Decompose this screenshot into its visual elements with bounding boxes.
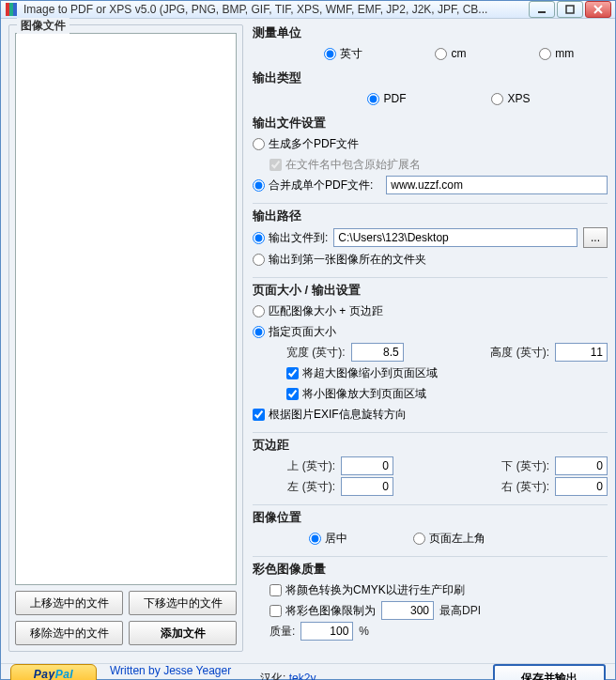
margin-bottom-label: 下 (英寸): [484,458,549,474]
maximize-button[interactable] [557,1,583,18]
output-to-folder-radio[interactable]: 输出文件到: [253,230,328,246]
window-title: Image to PDF or XPS v5.0 (JPG, PNG, BMP,… [23,3,529,16]
unit-mm-radio[interactable]: mm [539,47,574,60]
output-file-heading: 输出文件设置 [253,115,608,131]
right-column: 测量单位 英寸 cm mm 输出类型 PDF XPS 输出文件设置 生成多个PD… [253,24,608,657]
width-input[interactable] [351,343,404,362]
window-buttons [529,1,611,18]
single-pdf-radio[interactable]: 合并成单个PDF文件: [253,178,373,193]
file-list[interactable] [15,33,237,585]
output-path-heading: 输出路径 [253,208,608,224]
output-path-section: 输出路径 输出文件到: ... 输出到第一张图像所在的文件夹 [253,208,608,270]
app-icon [5,2,20,17]
margin-right-label: 右 (英寸): [484,479,549,495]
move-up-button[interactable]: 上移选中的文件 [15,591,123,615]
quality-label: 质量: [270,624,295,640]
paypal-donate-button[interactable]: PayPal Donate [10,664,97,680]
translator-link[interactable]: tek2y [289,672,316,681]
svg-rect-4 [566,6,574,13]
output-pdf-radio[interactable]: PDF [367,92,406,105]
output-type-section: 输出类型 PDF XPS [253,70,608,109]
output-folder-input[interactable] [333,228,578,247]
margin-left-input[interactable] [341,477,393,496]
margins-section: 页边距 上 (英寸): 下 (英寸): 左 (英寸): 右 (英寸): [253,437,608,497]
single-pdf-name-input[interactable] [386,176,608,194]
height-input[interactable] [555,343,608,362]
margins-heading: 页边距 [253,437,608,454]
position-topleft-radio[interactable]: 页面左上角 [413,531,485,547]
page-size-heading: 页面大小 / 输出设置 [253,282,608,299]
shrink-large-check[interactable]: 将超大图像缩小到页面区域 [286,365,438,381]
unit-heading: 测量单位 [253,24,608,41]
margin-bottom-input[interactable] [555,456,608,475]
margin-top-label: 上 (英寸): [270,458,335,474]
percent-label: % [359,625,369,638]
save-and-output-button[interactable]: 保存并输出 [493,664,606,680]
width-label: 宽度 (英寸): [286,345,346,361]
max-dpi-label: 最高DPI [439,603,481,619]
margin-right-input[interactable] [555,477,608,496]
minimize-button[interactable] [529,1,555,18]
svg-rect-1 [9,3,13,16]
enlarge-small-check[interactable]: 将小图像放大到页面区域 [286,386,426,402]
match-image-radio[interactable]: 匹配图像大小 + 页边距 [253,303,383,319]
browse-folder-button[interactable]: ... [583,227,608,248]
margin-top-input[interactable] [341,456,393,475]
move-down-button[interactable]: 下移选中的文件 [129,591,237,615]
app-window: Image to PDF or XPS v5.0 (JPG, PNG, BMP,… [0,0,616,680]
svg-rect-2 [13,3,17,16]
svg-rect-0 [6,3,9,16]
remove-button[interactable]: 移除选中的文件 [15,621,123,645]
cmyk-check[interactable]: 将颜色转换为CMYK以进行生产印刷 [270,582,465,598]
image-files-legend: 图像文件 [17,18,69,34]
output-type-heading: 输出类型 [253,70,608,86]
limit-dpi-check[interactable]: 将彩色图像限制为 [270,603,376,619]
left-column: 图像文件 上移选中的文件 下移选中的文件 移除选中的文件 添加文件 [8,24,243,657]
output-xps-radio[interactable]: XPS [491,92,530,105]
translator: 汉化: tek2y [260,671,316,681]
output-file-section: 输出文件设置 生成多个PDF文件 在文件名中包含原始扩展名 合并成单个PDF文件… [253,115,608,195]
quality-input[interactable] [300,622,353,641]
margin-left-label: 左 (英寸): [270,479,335,495]
multi-pdf-radio[interactable]: 生成多个PDF文件 [253,136,359,152]
quality-heading: 彩色图像质量 [253,561,608,578]
unit-section: 测量单位 英寸 cm mm [253,24,608,64]
include-orig-ext-check: 在文件名中包含原始扩展名 [270,157,421,173]
page-size-section: 页面大小 / 输出设置 匹配图像大小 + 页边距 指定页面大小 宽度 (英寸):… [253,282,608,425]
unit-inch-radio[interactable]: 英寸 [324,46,362,62]
exif-rotate-check[interactable]: 根据图片EXIF信息旋转方向 [253,407,407,423]
position-heading: 图像位置 [253,509,608,526]
unit-cm-radio[interactable]: cm [435,47,466,60]
client-area: 图像文件 上移选中的文件 下移选中的文件 移除选中的文件 添加文件 测量单位 [1,19,615,663]
credits: Written by Jesse Yeager www.CompulsiveCo… [110,664,247,680]
add-files-button[interactable]: 添加文件 [129,621,237,645]
output-same-folder-radio[interactable]: 输出到第一张图像所在的文件夹 [253,252,426,268]
position-center-radio[interactable]: 居中 [309,531,347,547]
author-label: Written by Jesse Yeager [110,664,247,677]
close-button[interactable] [585,1,611,18]
max-dpi-input[interactable] [381,601,434,620]
height-label: 高度 (英寸): [490,345,549,361]
titlebar: Image to PDF or XPS v5.0 (JPG, PNG, BMP,… [1,1,615,19]
quality-section: 彩色图像质量 将颜色转换为CMYK以进行生产印刷 将彩色图像限制为 最高DPI … [253,561,608,641]
footer: PayPal Donate Written by Jesse Yeager ww… [1,663,615,680]
specify-size-radio[interactable]: 指定页面大小 [253,324,336,340]
position-section: 图像位置 居中 页面左上角 [253,509,608,549]
image-files-group: 图像文件 上移选中的文件 下移选中的文件 移除选中的文件 添加文件 [8,24,243,652]
